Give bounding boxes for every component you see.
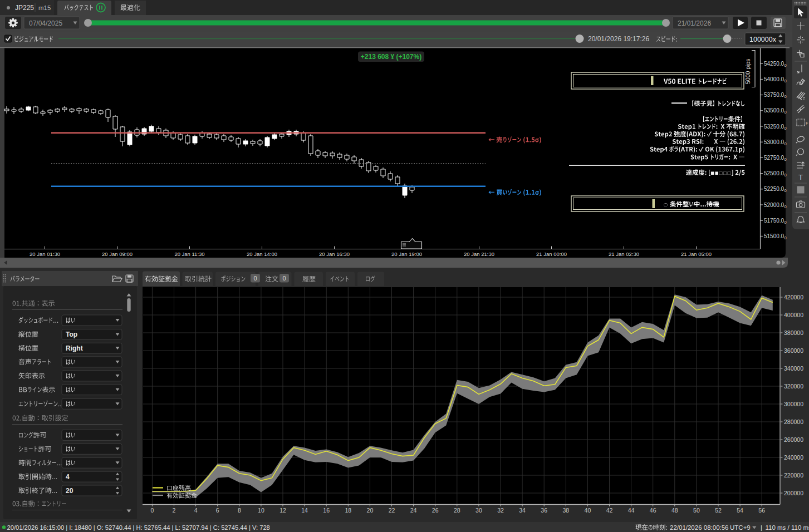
svg-text:240000: 240000: [784, 454, 803, 461]
svg-text:0: 0: [785, 94, 787, 99]
svg-text:4: 4: [66, 473, 70, 481]
svg-text:200000: 200000: [784, 490, 803, 496]
svg-text:0: 0: [785, 188, 787, 193]
svg-text:20 Jan 19:00: 20 Jan 19:00: [391, 251, 422, 257]
svg-text:30: 30: [475, 507, 482, 514]
svg-text:48: 48: [671, 507, 678, 514]
svg-text:50: 50: [693, 507, 700, 514]
svg-text:28: 28: [454, 507, 460, 514]
svg-text:36: 36: [541, 507, 547, 514]
svg-text:260000: 260000: [784, 436, 803, 443]
svg-text:26: 26: [432, 507, 439, 514]
svg-text:52: 52: [715, 507, 722, 514]
svg-text:18: 18: [345, 507, 351, 514]
svg-text:320000: 320000: [784, 383, 803, 390]
svg-text:5000 pips: 5000 pips: [744, 58, 751, 84]
svg-text:12: 12: [280, 507, 286, 514]
svg-text:380000: 380000: [784, 329, 803, 336]
svg-text:0: 0: [785, 235, 787, 240]
svg-text:53000.0: 53000.0: [764, 139, 785, 145]
svg-text:20/01/2026 16:15:00 | I: 1848: 20/01/2026 16:15:00 | I: 18480 | O: 5274…: [7, 524, 270, 531]
svg-text:20: 20: [66, 487, 73, 495]
svg-text:20/01/2026 19:17:26: 20/01/2026 19:17:26: [588, 35, 649, 43]
svg-text:56: 56: [758, 507, 765, 514]
svg-text:42: 42: [606, 507, 613, 514]
svg-text:100000x: 100000x: [749, 36, 777, 43]
svg-text:8: 8: [238, 507, 241, 514]
svg-text:Right: Right: [66, 344, 83, 352]
svg-text:52250.0: 52250.0: [764, 186, 785, 192]
svg-text:Top: Top: [66, 331, 77, 338]
svg-text:53500.0: 53500.0: [764, 107, 785, 114]
svg-text:400000: 400000: [784, 312, 803, 318]
svg-text:0: 0: [253, 275, 257, 282]
svg-text:F: F: [806, 121, 808, 126]
svg-text:38: 38: [562, 507, 569, 514]
svg-text:44: 44: [628, 507, 635, 514]
svg-text:24: 24: [410, 507, 417, 514]
svg-text:0: 0: [785, 173, 787, 178]
svg-text:|: |: [761, 524, 762, 531]
svg-text:34: 34: [519, 507, 526, 514]
svg-text:300000: 300000: [784, 401, 803, 407]
svg-text:07/04/2025: 07/04/2025: [29, 19, 62, 27]
svg-text:JP225: JP225: [15, 4, 34, 12]
svg-text:0: 0: [282, 275, 286, 282]
svg-text:14: 14: [301, 507, 308, 514]
svg-text:420000: 420000: [784, 294, 803, 301]
svg-text:20 Jan 11:30: 20 Jan 11:30: [174, 251, 204, 257]
svg-text:10: 10: [258, 507, 264, 514]
svg-text:22/01/2026 08:00:56: 22/01/2026 08:00:56: [670, 524, 729, 531]
svg-text:16: 16: [323, 507, 330, 514]
svg-text:0: 0: [785, 220, 787, 225]
svg-text:21/01/2026: 21/01/2026: [678, 19, 711, 27]
svg-text:20 Jan 14:00: 20 Jan 14:00: [247, 251, 277, 257]
svg-text:T: T: [798, 173, 803, 181]
svg-text:m15: m15: [38, 4, 51, 11]
svg-text:340000: 340000: [784, 365, 803, 372]
svg-text:0: 0: [785, 63, 787, 68]
svg-text:20 Jan 21:30: 20 Jan 21:30: [464, 251, 494, 257]
svg-text:40: 40: [585, 507, 591, 514]
svg-text:0: 0: [785, 126, 787, 131]
svg-text:360000: 360000: [784, 347, 803, 354]
svg-text:21 Jan 05:00: 21 Jan 05:00: [681, 251, 712, 257]
svg-text:0: 0: [785, 141, 787, 146]
svg-text:51750.0: 51750.0: [764, 218, 785, 224]
svg-text:0: 0: [785, 204, 787, 209]
svg-text:21 Jan 00:00: 21 Jan 00:00: [536, 251, 567, 257]
svg-text:54250.0: 54250.0: [764, 61, 785, 67]
svg-text:21 Jan 02:30: 21 Jan 02:30: [609, 251, 639, 257]
svg-text:53750.0: 53750.0: [764, 92, 785, 98]
svg-text:2: 2: [173, 507, 176, 514]
svg-text:51500.0: 51500.0: [764, 233, 785, 239]
svg-text:4: 4: [194, 507, 198, 514]
svg-text:52500.0: 52500.0: [764, 170, 785, 176]
svg-text:6: 6: [216, 507, 219, 514]
svg-text:52000.0: 52000.0: [764, 202, 785, 208]
svg-text:20 Jan 16:30: 20 Jan 16:30: [319, 251, 350, 257]
svg-text:32: 32: [497, 507, 504, 514]
svg-text:20: 20: [367, 507, 374, 514]
svg-text:0: 0: [150, 507, 154, 514]
svg-text:UTC+9: UTC+9: [730, 524, 751, 531]
svg-text:+213 608 ¥ (+107%): +213 608 ¥ (+107%): [361, 53, 421, 61]
svg-text:0: 0: [785, 157, 787, 162]
svg-text:22: 22: [389, 507, 395, 514]
svg-text:0: 0: [785, 110, 787, 115]
svg-text:54000.0: 54000.0: [764, 76, 785, 82]
svg-text:54: 54: [737, 507, 743, 514]
svg-text:220000: 220000: [784, 472, 803, 479]
svg-text:53250.0: 53250.0: [764, 124, 785, 130]
svg-text:46: 46: [650, 507, 656, 514]
svg-text:52750.0: 52750.0: [764, 155, 785, 161]
svg-text:20 Jan 09:00: 20 Jan 09:00: [102, 251, 133, 257]
svg-text:20 Jan 01:30: 20 Jan 01:30: [30, 251, 60, 257]
svg-text:280000: 280000: [784, 418, 803, 425]
svg-text:0: 0: [785, 78, 787, 83]
svg-text:110 ms / 110 ms: 110 ms / 110 ms: [766, 524, 809, 531]
